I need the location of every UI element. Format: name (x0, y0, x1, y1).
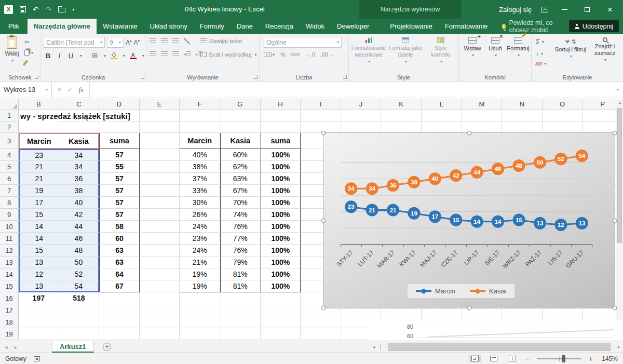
align-top-icon[interactable] (150, 38, 156, 44)
column-header-O[interactable]: O (543, 99, 583, 110)
row-header-4[interactable]: 4 (0, 149, 19, 161)
cell-C5[interactable]: 34 (59, 161, 100, 173)
cancel-button[interactable]: × (58, 86, 62, 93)
cell-D14[interactable]: 64 (99, 268, 140, 280)
format-painter-button[interactable] (24, 60, 26, 66)
cell-B14[interactable]: 12 (19, 268, 59, 280)
cell-C7[interactable]: 38 (59, 185, 100, 197)
cell-F14[interactable]: 19% (180, 268, 220, 280)
cell-E9[interactable] (140, 209, 180, 221)
font-color-button[interactable]: A (130, 52, 137, 59)
font-name-select[interactable]: Calibri (Tekst pod▾ (44, 37, 105, 48)
cell-D7[interactable]: 57 (99, 185, 140, 197)
cell-K2[interactable] (381, 122, 422, 133)
decrease-indent-icon[interactable]: ◂ (184, 51, 191, 57)
cell-E6[interactable] (140, 173, 180, 185)
cell-K1[interactable] (381, 110, 422, 122)
formula-bar-expand-icon[interactable]: ▾ (613, 82, 623, 98)
cell-B2[interactable] (19, 122, 59, 133)
cell-B16[interactable]: 197 (19, 292, 59, 304)
row-header-10[interactable]: 10 (0, 221, 19, 233)
wrap-text-button[interactable]: Zawijaj tekst (200, 38, 242, 44)
font-size-select[interactable]: 9▾ (107, 37, 124, 48)
chart[interactable]: STY-17LUT-17MAR-17KWI-17MAJ-17CZE-17LIP-… (323, 132, 615, 308)
zoom-out-button[interactable]: − (525, 355, 530, 363)
column-header-L[interactable]: L (422, 99, 462, 110)
align-right-icon[interactable] (172, 51, 179, 57)
cell-D3[interactable]: suma (99, 133, 140, 149)
cell-D9[interactable]: 57 (99, 209, 140, 221)
previous-sheet-icon[interactable]: ◂ (2, 341, 10, 353)
conditional-formatting-button[interactable]: Formatowanie warunkowe▾ (351, 37, 386, 64)
cell-L1[interactable] (422, 110, 462, 122)
cell-D15[interactable]: 67 (99, 280, 140, 292)
cell-B15[interactable]: 13 (19, 280, 59, 292)
zoom-in-button[interactable]: + (589, 355, 593, 363)
cell-J2[interactable] (341, 122, 382, 133)
row-header-15[interactable]: 15 (0, 280, 19, 292)
legend-item-marcin[interactable]: Marcin (416, 287, 455, 295)
cell-F2[interactable] (180, 122, 220, 133)
cell-G1[interactable] (220, 110, 261, 122)
cell-H10[interactable]: 100% (261, 221, 301, 233)
cell-B18[interactable] (19, 316, 59, 328)
cell-D11[interactable]: 60 (99, 233, 140, 245)
zoom-slider[interactable] (537, 358, 581, 359)
shrink-font-button[interactable]: A▾ (134, 39, 140, 46)
row-header-2[interactable]: 2 (0, 122, 19, 133)
cell-B6[interactable]: 21 (19, 173, 59, 185)
alignment-dialog-launcher-icon[interactable] (254, 75, 258, 79)
chart-selection-handle[interactable] (613, 219, 617, 223)
cell-G2[interactable] (220, 122, 261, 133)
tab-projektowanie[interactable]: Projektowanie (384, 19, 439, 34)
cell-D6[interactable]: 57 (99, 173, 140, 185)
tell-me-box[interactable]: Powiedz mi, co chcesz zrobić (502, 19, 569, 34)
cell-F6[interactable]: 37% (180, 173, 220, 185)
tab-plik[interactable]: Plik (0, 19, 28, 34)
cell-H9[interactable]: 100% (261, 209, 301, 221)
cell-E17[interactable] (140, 304, 180, 316)
redo-button[interactable]: ↷ (46, 5, 52, 14)
cell-F7[interactable]: 33% (180, 185, 220, 197)
row-header-8[interactable]: 8 (0, 197, 19, 209)
cell-D10[interactable]: 58 (99, 221, 140, 233)
partial-chart[interactable]: 8060 (370, 320, 623, 341)
cell-E19[interactable] (140, 328, 180, 340)
page-break-view-button[interactable] (507, 355, 518, 362)
cell-F18[interactable] (180, 316, 220, 328)
paste-button[interactable]: Wklej▾ (2, 36, 22, 70)
cell-F9[interactable]: 26% (180, 209, 220, 221)
page-layout-view-button[interactable] (488, 355, 499, 362)
cell-F4[interactable]: 40% (180, 149, 220, 161)
cell-F12[interactable]: 24% (180, 245, 220, 257)
cell-D12[interactable]: 63 (99, 245, 140, 257)
cell-G11[interactable]: 77% (220, 233, 261, 245)
cell-C18[interactable] (59, 316, 100, 328)
cell-D5[interactable]: 55 (99, 161, 140, 173)
column-header-M[interactable]: M (462, 99, 503, 110)
cell-O1[interactable] (543, 110, 583, 122)
align-center-icon[interactable] (161, 51, 168, 57)
cell-I19[interactable] (301, 328, 341, 340)
row-header-17[interactable]: 17 (0, 304, 19, 316)
vertical-scrollbar-thumb[interactable] (617, 108, 622, 243)
cell-G5[interactable]: 62% (220, 161, 261, 173)
cell-G14[interactable]: 81% (220, 268, 261, 280)
fill-button[interactable]: ↓▾ (536, 50, 546, 57)
clipboard-dialog-launcher-icon[interactable] (35, 75, 38, 79)
decrease-decimal-button[interactable]: .00→ (321, 52, 333, 58)
cell-G7[interactable]: 67% (220, 185, 261, 197)
cell-B1[interactable]: wy - sprzedaż książek [sztuki] (19, 110, 185, 122)
enter-button[interactable]: ✓ (67, 86, 73, 93)
cell-N1[interactable] (502, 110, 543, 122)
cell-G13[interactable]: 79% (220, 257, 261, 268)
insert-cells-button[interactable]: Wstaw▾ (462, 37, 483, 58)
column-header-B[interactable]: B (19, 99, 59, 110)
next-sheet-icon[interactable]: ▸ (11, 341, 20, 353)
undo-button[interactable]: ↶ (33, 5, 39, 14)
cell-D17[interactable] (99, 304, 140, 316)
cell-C15[interactable]: 54 (59, 280, 100, 292)
format-cells-button[interactable]: Formatuj▾ (508, 37, 529, 58)
cell-B10[interactable]: 14 (19, 221, 59, 233)
row-header-16[interactable]: 16 (0, 292, 19, 304)
